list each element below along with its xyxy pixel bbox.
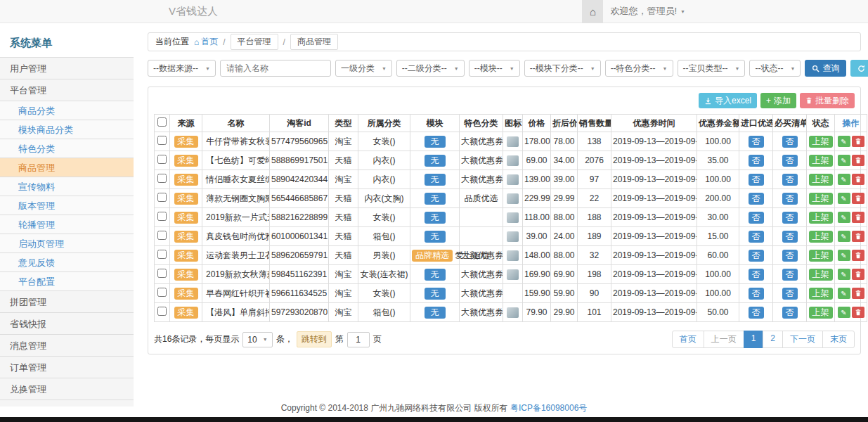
row-checkbox[interactable] — [157, 307, 167, 316]
import-select-badge[interactable]: 否 — [749, 288, 764, 300]
must-buy-badge[interactable]: 否 — [782, 288, 798, 300]
row-checkbox[interactable] — [157, 269, 167, 278]
status-badge[interactable]: 上架 — [809, 288, 833, 300]
row-checkbox[interactable] — [157, 193, 167, 202]
sidebar-item-11[interactable]: 平台配置 — [0, 272, 134, 291]
sidebar-item-9[interactable]: 启动页管理 — [0, 234, 134, 253]
edit-button[interactable]: ✎ — [838, 174, 850, 185]
status-badge[interactable]: 上架 — [809, 250, 833, 262]
edit-button[interactable]: ✎ — [838, 250, 850, 261]
status-badge[interactable]: 上架 — [809, 269, 833, 281]
page-button-0[interactable]: 首页 — [672, 331, 704, 348]
page-button-5[interactable]: 末页 — [822, 331, 855, 348]
must-buy-badge[interactable]: 否 — [782, 174, 798, 186]
row-checkbox[interactable] — [157, 136, 167, 145]
search-button[interactable]: 查询 — [805, 60, 846, 77]
sidebar-item-12[interactable]: 拼团管理 — [0, 291, 134, 313]
sidebar-item-13[interactable]: 省钱快报 — [0, 313, 134, 335]
breadcrumb-home-link[interactable]: ⌂ 首页 — [194, 36, 218, 48]
page-button-1[interactable]: 上一页 — [704, 331, 744, 348]
import-select-badge[interactable]: 否 — [749, 174, 764, 186]
edit-button[interactable]: ✎ — [838, 193, 850, 204]
row-checkbox[interactable] — [157, 212, 167, 221]
import-select-badge[interactable]: 否 — [749, 250, 764, 262]
delete-button[interactable] — [852, 269, 864, 280]
row-checkbox[interactable] — [157, 155, 167, 164]
must-buy-badge[interactable]: 否 — [782, 136, 798, 148]
sidebar-item-0[interactable]: 用户管理 — [0, 58, 134, 79]
sidebar-item-2[interactable]: 商品分类 — [0, 101, 134, 120]
icp-link[interactable]: 粤ICP备16098006号 — [510, 403, 587, 413]
module-select[interactable]: --模块--▼ — [469, 60, 520, 77]
import-select-badge[interactable]: 否 — [749, 212, 764, 224]
status-badge[interactable]: 上架 — [809, 136, 833, 148]
item-type-select[interactable]: --宝贝类型--▼ — [678, 60, 746, 77]
sidebar-item-1[interactable]: 平台管理 — [0, 79, 134, 101]
sidebar-item-16[interactable]: 兑换管理 — [0, 378, 134, 400]
status-badge[interactable]: 上架 — [809, 155, 833, 167]
import-select-badge[interactable]: 否 — [749, 307, 764, 319]
status-badge[interactable]: 上架 — [809, 193, 833, 205]
level2-category-select[interactable]: --二级分类--▼ — [396, 60, 465, 77]
status-select[interactable]: --状态--▼ — [749, 60, 801, 77]
breadcrumb-platform[interactable]: 平台管理 — [231, 34, 278, 50]
delete-button[interactable] — [852, 155, 864, 166]
delete-button[interactable] — [852, 250, 864, 261]
must-buy-badge[interactable]: 否 — [782, 269, 798, 281]
level1-category-select[interactable]: 一级分类▼ — [335, 60, 392, 77]
import-select-badge[interactable]: 否 — [749, 155, 764, 167]
import-select-badge[interactable]: 否 — [749, 193, 764, 205]
page-button-3[interactable]: 2 — [763, 331, 783, 348]
sidebar-item-15[interactable]: 订单管理 — [0, 357, 134, 378]
sidebar-item-3[interactable]: 模块商品分类 — [0, 120, 134, 139]
row-checkbox[interactable] — [157, 231, 167, 240]
must-buy-badge[interactable]: 否 — [782, 193, 798, 205]
status-badge[interactable]: 上架 — [809, 212, 833, 224]
must-buy-badge[interactable]: 否 — [782, 307, 798, 319]
edit-button[interactable]: ✎ — [838, 307, 850, 318]
sidebar-item-7[interactable]: 版本管理 — [0, 196, 134, 215]
delete-button[interactable] — [852, 212, 864, 223]
sidebar-item-4[interactable]: 特色分类 — [0, 139, 134, 158]
import-excel-button[interactable]: 导入excel — [699, 93, 757, 108]
edit-button[interactable]: ✎ — [838, 269, 850, 280]
delete-button[interactable] — [852, 307, 864, 318]
sidebar-item-6[interactable]: 宣传物料 — [0, 177, 134, 196]
import-select-badge[interactable]: 否 — [749, 269, 764, 281]
user-menu[interactable]: 欢迎您，管理员! ▼ — [603, 5, 692, 18]
reset-button[interactable]: 重置 — [850, 60, 868, 77]
status-badge[interactable]: 上架 — [809, 231, 833, 243]
breadcrumb-goods[interactable]: 商品管理 — [290, 34, 338, 50]
delete-button[interactable] — [852, 174, 864, 185]
select-all-checkbox[interactable] — [157, 117, 167, 127]
row-checkbox[interactable] — [157, 288, 167, 297]
row-checkbox[interactable] — [157, 250, 167, 259]
status-badge[interactable]: 上架 — [809, 174, 833, 186]
sidebar-item-5[interactable]: 商品管理 — [0, 158, 134, 177]
page-button-2[interactable]: 1 — [744, 331, 764, 348]
row-checkbox[interactable] — [157, 174, 167, 183]
delete-button[interactable] — [852, 231, 864, 242]
sidebar-item-8[interactable]: 轮播管理 — [0, 215, 134, 234]
sidebar-item-14[interactable]: 消息管理 — [0, 335, 134, 357]
sidebar-item-10[interactable]: 意见反馈 — [0, 253, 134, 272]
name-search-input[interactable] — [220, 60, 331, 77]
edit-button[interactable]: ✎ — [838, 231, 850, 242]
edit-button[interactable]: ✎ — [838, 212, 850, 223]
edit-button[interactable]: ✎ — [838, 136, 850, 147]
module-sub-category-select[interactable]: --模块下分类--▼ — [524, 60, 601, 77]
delete-button[interactable] — [852, 136, 864, 147]
edit-button[interactable]: ✎ — [838, 155, 850, 166]
feature-category-select[interactable]: --特色分类--▼ — [605, 60, 673, 77]
delete-button[interactable] — [852, 193, 864, 204]
home-button[interactable]: ⌂ — [582, 0, 603, 23]
batch-delete-button[interactable]: 批量删除 — [800, 93, 855, 108]
per-page-select[interactable]: 10 ▼ — [242, 332, 272, 347]
add-button[interactable]: + 添加 — [760, 93, 796, 108]
data-source-select[interactable]: --数据来源--▼ — [148, 60, 216, 77]
page-button-4[interactable]: 下一页 — [782, 331, 823, 348]
import-select-badge[interactable]: 否 — [749, 136, 764, 148]
must-buy-badge[interactable]: 否 — [782, 250, 798, 262]
delete-button[interactable] — [852, 288, 864, 299]
import-select-badge[interactable]: 否 — [749, 231, 764, 243]
